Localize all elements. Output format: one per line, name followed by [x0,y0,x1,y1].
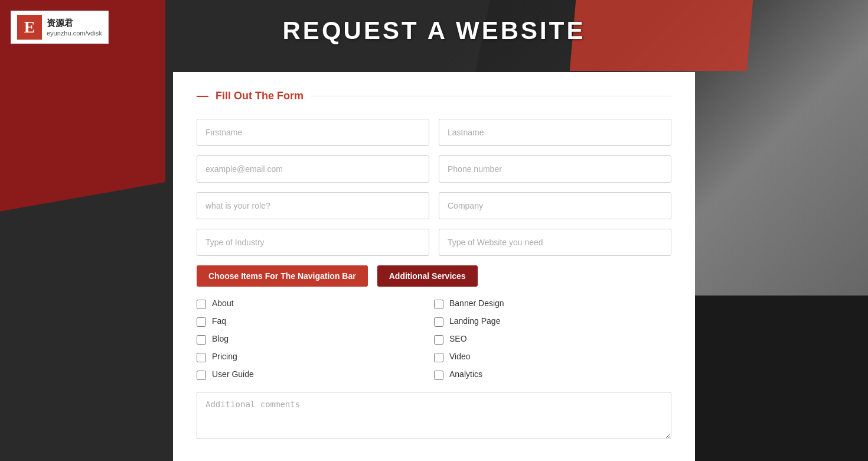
checkbox-blog-label: Blog [212,334,229,343]
checkbox-seo-input[interactable] [434,335,443,345]
email-input[interactable] [197,155,429,183]
checkbox-video[interactable]: Video [434,352,671,362]
website-type-input[interactable] [439,229,671,256]
role-input[interactable] [197,192,429,219]
page-title: REQUEST A WEBSITE [0,17,868,45]
checkbox-video-label: Video [449,352,471,361]
checkbox-landing-page[interactable]: Landing Page [434,316,671,327]
checkbox-seo[interactable]: SEO [434,334,671,345]
checkbox-faq-label: Faq [212,316,226,326]
nav-bar-button[interactable]: Choose Items For The Navigation Bar [197,265,368,287]
legend-line-left [197,96,208,97]
form-legend: Fill Out The Form [197,90,671,102]
checkboxes-row: About Faq Blog Pricing User Guide [197,298,671,380]
checkbox-landing-page-label: Landing Page [449,316,500,326]
services-button[interactable]: Additional Services [377,265,478,287]
checkbox-banner-design[interactable]: Banner Design [434,298,671,309]
section-buttons-row: Choose Items For The Navigation Bar Addi… [197,265,671,287]
checkbox-seo-label: SEO [449,334,467,343]
checkbox-pricing[interactable]: Pricing [197,352,434,362]
checkbox-user-guide-input[interactable] [197,371,206,380]
form-container: Fill Out The Form Choose Items For The N… [173,72,695,461]
checkbox-pricing-input[interactable] [197,353,206,362]
industry-website-row [197,229,671,256]
legend-line-right [311,96,671,96]
checkbox-blog-input[interactable] [197,335,206,345]
checkbox-user-guide[interactable]: User Guide [197,369,434,380]
services-col: Banner Design Landing Page SEO Video Ana… [434,298,671,380]
checkbox-about[interactable]: About [197,298,434,309]
industry-input[interactable] [197,229,429,256]
contact-row [197,155,671,183]
checkbox-analytics-input[interactable] [434,371,443,380]
checkbox-banner-design-input[interactable] [434,300,443,309]
checkbox-pricing-label: Pricing [212,352,237,361]
phone-input[interactable] [439,155,671,183]
firstname-input[interactable] [197,119,429,146]
checkbox-faq[interactable]: Faq [197,316,434,327]
nav-items-col: About Faq Blog Pricing User Guide [197,298,434,380]
role-company-row [197,192,671,219]
checkbox-analytics-label: Analytics [449,369,482,379]
checkbox-about-input[interactable] [197,300,206,309]
checkbox-about-label: About [212,298,234,308]
company-input[interactable] [439,192,671,219]
checkbox-faq-input[interactable] [197,317,206,327]
checkbox-landing-page-input[interactable] [434,317,443,327]
checkbox-analytics[interactable]: Analytics [434,369,671,380]
lastname-input[interactable] [439,119,671,146]
checkbox-banner-design-label: Banner Design [449,298,504,308]
form-legend-title: Fill Out The Form [216,90,304,102]
checkbox-user-guide-label: User Guide [212,369,254,379]
checkbox-video-input[interactable] [434,353,443,362]
name-row [197,119,671,146]
checkbox-blog[interactable]: Blog [197,334,434,345]
comments-textarea[interactable] [197,392,671,439]
